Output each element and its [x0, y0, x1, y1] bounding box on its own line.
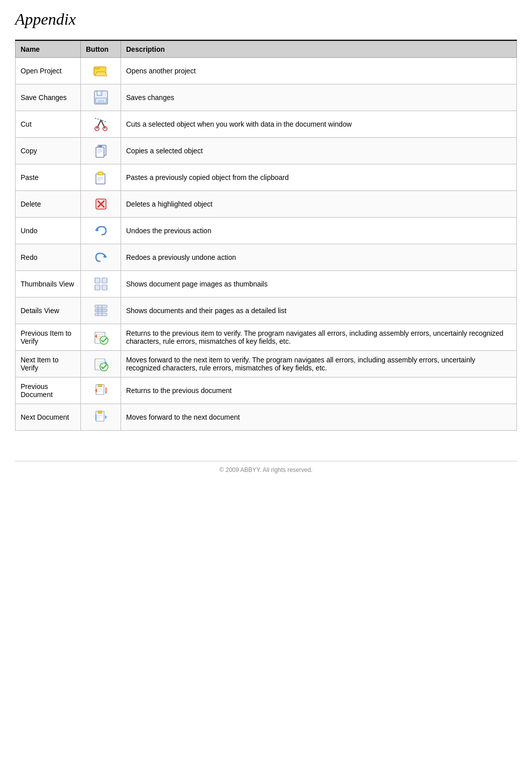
row-description: Returns to the previous item to verify. … — [121, 324, 517, 351]
row-name: Cut — [16, 111, 81, 138]
row-name: Copy — [16, 138, 81, 164]
row-name: Redo — [16, 244, 81, 271]
save-changes-icon: DATA — [81, 84, 121, 111]
table-row: Next Document Moves forward to the next … — [16, 404, 517, 431]
table-row: Previous Document Returns to the previou… — [16, 377, 517, 404]
table-row: Undo Undoes the previous action — [16, 218, 517, 244]
svg-rect-4 — [98, 91, 100, 94]
col-header-button: Button — [81, 41, 121, 58]
row-description: Cuts a selected object when you work wit… — [121, 111, 517, 138]
row-name: Next Document — [16, 404, 81, 431]
next-item-verify-icon — [81, 351, 121, 377]
svg-marker-63 — [105, 415, 107, 419]
row-description: Moves forward to the next item to verify… — [121, 351, 517, 377]
row-description: Moves forward to the next document — [121, 404, 517, 431]
row-description: Returns to the previous document — [121, 377, 517, 404]
row-description: Saves changes — [121, 84, 517, 111]
col-header-name: Name — [16, 41, 81, 58]
open-project-icon — [81, 58, 121, 84]
table-row: Delete Deletes a highlighted object — [16, 191, 517, 218]
svg-rect-30 — [95, 278, 100, 283]
svg-rect-35 — [95, 309, 107, 312]
next-document-icon — [81, 404, 121, 431]
paste-icon — [81, 164, 121, 191]
row-name: Delete — [16, 191, 81, 218]
row-description: Redoes a previously undone action — [121, 244, 517, 271]
row-name: Paste — [16, 164, 81, 191]
svg-rect-62 — [98, 411, 102, 413]
row-name: Previous Document — [16, 377, 81, 404]
row-name: Undo — [16, 218, 81, 244]
row-description: Shows documents and their pages as a det… — [121, 298, 517, 324]
table-row: Next Item to Verify Moves forward to the… — [16, 351, 517, 377]
svg-rect-31 — [102, 278, 107, 283]
main-table: Name Button Description Open Project Ope… — [15, 41, 517, 431]
table-row: Details View Shows documents and their p… — [16, 298, 517, 324]
table-row: Copy Copies a selected object — [16, 138, 517, 164]
details-view-icon — [81, 298, 121, 324]
row-name: Next Item to Verify — [16, 351, 81, 377]
row-description: Deletes a highlighted object — [121, 191, 517, 218]
row-name: Previous Item to Verify — [16, 324, 81, 351]
svg-rect-21 — [98, 172, 102, 174]
svg-rect-14 — [96, 147, 104, 157]
svg-rect-34 — [95, 305, 107, 308]
table-row: Redo Redoes a previously undone action — [16, 244, 517, 271]
row-description: Shows document page images as thumbnails — [121, 271, 517, 298]
row-description: Copies a selected object — [121, 138, 517, 164]
footer: © 2009 ABBYY. All rights reserved. — [15, 461, 517, 473]
redo-icon — [81, 244, 121, 271]
cut-icon — [81, 111, 121, 138]
row-description: Pastes a previously copied object from t… — [121, 164, 517, 191]
table-row: Thumbnails View Shows document page imag… — [16, 271, 517, 298]
previous-document-icon — [81, 377, 121, 404]
svg-text:DATA: DATA — [98, 100, 104, 103]
col-header-description: Description — [121, 41, 517, 58]
undo-icon — [81, 218, 121, 244]
row-name: Details View — [16, 298, 81, 324]
row-name: Open Project — [16, 58, 81, 84]
svg-rect-32 — [95, 285, 100, 290]
table-row: Open Project Opens another project — [16, 58, 517, 84]
page-title: Appendix — [15, 10, 517, 29]
row-name: Thumbnails View — [16, 271, 81, 298]
row-description: Undoes the previous action — [121, 218, 517, 244]
row-description: Opens another project — [121, 58, 517, 84]
svg-rect-36 — [95, 313, 107, 316]
copy-icon — [81, 138, 121, 164]
svg-rect-33 — [102, 285, 107, 290]
previous-item-verify-icon — [81, 324, 121, 351]
delete-icon — [81, 191, 121, 218]
table-row: Cut Cuts a selected object when you work… — [16, 111, 517, 138]
svg-rect-18 — [99, 145, 102, 147]
thumbnails-view-icon — [81, 271, 121, 298]
table-row: Save Changes DATA Saves changes — [16, 84, 517, 111]
table-row: Paste Pastes a previously copied object … — [16, 164, 517, 191]
table-row: Previous Item to Verify Returns to the p… — [16, 324, 517, 351]
svg-line-12 — [95, 118, 107, 122]
row-name: Save Changes — [16, 84, 81, 111]
svg-rect-55 — [98, 384, 102, 386]
